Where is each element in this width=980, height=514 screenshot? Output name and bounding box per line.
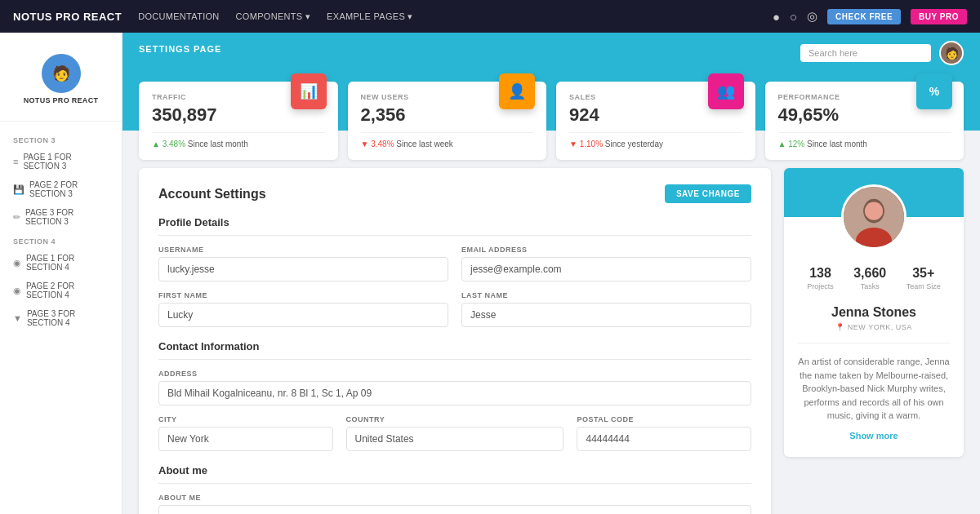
username-input[interactable] (158, 257, 448, 281)
stats-row: 📊 TRAFFIC 350,897 ▲ 3.48% Since last mon… (122, 82, 980, 160)
sales-trend-pct: 1.10% (580, 140, 603, 148)
traffic-icon: 📊 (291, 73, 327, 109)
page-icon: ▼ (13, 313, 22, 323)
traffic-trend-icon: ▲ (152, 140, 163, 148)
performance-trend-icon: ▲ (778, 140, 789, 148)
profile-avatar-wrap (784, 184, 964, 250)
brand-logo[interactable]: NOTUS PRO REACT (13, 11, 122, 23)
sales-icon: 👥 (708, 73, 744, 109)
sidebar-item-s3-3[interactable]: ✏ PAGE 3 FOR SECTION 3 (0, 203, 122, 231)
sidebar-item-s3-1[interactable]: ≡ PAGE 1 FOR SECTION 3 (0, 148, 122, 175)
profile-card: 138 Projects 3,660 Tasks 35+ Team Size J… (784, 168, 964, 514)
contact-row-2: CITY COUNTRY POSTAL CODE (158, 415, 751, 451)
section3-label: SECTION 3 (0, 130, 122, 148)
twitter-icon[interactable]: ○ (790, 10, 797, 24)
nav-documentation[interactable]: DOCUMENTATION (138, 11, 219, 21)
email-label: EMAIL ADDRESS (461, 246, 751, 254)
sidebar-brand-name: NOTUS PRO REACT (24, 96, 99, 104)
save-change-button[interactable]: SAVE CHANGE (665, 184, 751, 203)
lastname-label: LAST NAME (461, 291, 751, 299)
stat-card-traffic: 📊 TRAFFIC 350,897 ▲ 3.48% Since last mon… (139, 82, 338, 160)
projects-label: Projects (807, 282, 834, 290)
header-right: 🧑 (800, 41, 964, 65)
country-label: COUNTRY (346, 415, 564, 423)
users-trend-icon: ▼ (361, 140, 372, 148)
page-icon: ◉ (13, 258, 21, 268)
postal-input[interactable] (577, 427, 751, 451)
profile-row-1: USERNAME EMAIL ADDRESS (158, 246, 751, 281)
sidebar-item-s4-3[interactable]: ▼ PAGE 3 FOR SECTION 4 (0, 304, 122, 332)
page-icon: ◉ (13, 286, 21, 296)
buy-pro-button[interactable]: BUY PRO (911, 9, 967, 24)
team-label: Team Size (906, 282, 941, 290)
projects-value: 138 (807, 266, 834, 281)
username-group: USERNAME (158, 246, 448, 281)
city-input[interactable] (158, 427, 333, 451)
stat-card-performance: % PERFORMANCE 49,65% ▲ 12% Since last mo… (765, 82, 964, 160)
sidebar: 🧑 NOTUS PRO REACT SECTION 3 ≡ PAGE 1 FOR… (0, 33, 122, 514)
tasks-label: Tasks (853, 282, 886, 290)
main-content: SETTINGS PAGE 🧑 📊 TRAFFIC 350,897 ▲ 3.48… (122, 33, 980, 514)
nav-example-pages[interactable]: EXAMPLE PAGES ▾ (327, 11, 413, 22)
performance-icon: % (916, 73, 952, 109)
firstname-group: FIRST NAME (158, 291, 448, 327)
nav-components[interactable]: COMPONENTS ▾ (236, 11, 311, 22)
account-content: Account Settings SAVE CHANGE Profile Det… (122, 168, 980, 514)
about-group: ABOUT ME (158, 494, 751, 514)
stat-card-sales: 👥 SALES 924 ▼ 1.10% Since yesterday (556, 82, 755, 160)
profile-section-title: Profile Details (158, 216, 751, 236)
traffic-footer: ▲ 3.48% Since last month (152, 132, 325, 148)
profile-stats: 138 Projects 3,660 Tasks 35+ Team Size (784, 258, 964, 299)
stat-card-users: 👤 NEW USERS 2,356 ▼ 3.48% Since last wee… (348, 82, 547, 160)
sidebar-avatar: 🧑 (42, 54, 81, 93)
stat-team: 35+ Team Size (906, 266, 941, 290)
city-label: CITY (158, 415, 333, 423)
address-group: ADDRESS (158, 370, 751, 405)
users-trend-pct: 3.48% (371, 140, 394, 148)
traffic-trend-pct: 3.48% (163, 140, 185, 148)
sales-trend-text: Since yesterday (605, 140, 663, 148)
profile-divider (797, 343, 951, 343)
settings-header: Account Settings SAVE CHANGE (158, 184, 751, 203)
header-avatar: 🧑 (939, 41, 964, 65)
sidebar-item-s3-2[interactable]: 💾 PAGE 2 FOR SECTION 3 (0, 175, 122, 203)
users-footer: ▼ 3.48% Since last week (361, 132, 534, 148)
about-textarea[interactable] (158, 505, 751, 514)
performance-trend-pct: 12% (788, 140, 804, 148)
profile-avatar (841, 184, 906, 250)
show-more-link[interactable]: Show more (784, 431, 964, 441)
about-section-title: About me (158, 464, 751, 484)
stat-tasks: 3,660 Tasks (853, 266, 886, 290)
traffic-trend-text: Since last month (188, 140, 248, 148)
profile-bio: An artist of considerable range, Jenna t… (784, 355, 964, 423)
username-label: USERNAME (158, 246, 448, 254)
page-icon: ✏ (13, 212, 20, 223)
address-input[interactable] (158, 381, 751, 405)
country-input[interactable] (346, 427, 564, 451)
page-title: SETTINGS PAGE (139, 41, 221, 54)
sidebar-item-s4-1[interactable]: ◉ PAGE 1 FOR SECTION 4 (0, 249, 122, 277)
page-icon: 💾 (13, 184, 24, 195)
lastname-input[interactable] (461, 303, 751, 327)
firstname-input[interactable] (158, 303, 448, 327)
email-group: EMAIL ADDRESS (461, 246, 751, 281)
contact-section-title: Contact Information (158, 340, 751, 360)
github-icon[interactable]: ◎ (807, 9, 817, 24)
email-input[interactable] (461, 257, 751, 281)
sidebar-logo: 🧑 NOTUS PRO REACT (0, 46, 122, 122)
search-input[interactable] (800, 44, 931, 62)
facebook-icon[interactable]: ● (773, 10, 780, 24)
profile-card-inner: 138 Projects 3,660 Tasks 35+ Team Size J… (784, 168, 964, 457)
country-group: COUNTRY (346, 415, 564, 451)
city-group: CITY (158, 415, 333, 451)
address-label: ADDRESS (158, 370, 751, 378)
stats-cards: 📊 TRAFFIC 350,897 ▲ 3.48% Since last mon… (139, 82, 964, 160)
sidebar-item-s4-2[interactable]: ◉ PAGE 2 FOR SECTION 4 (0, 277, 122, 304)
top-navigation: NOTUS PRO REACT DOCUMENTATION COMPONENTS… (0, 0, 980, 33)
profile-location: 📍 NEW YORK, USA (784, 323, 964, 331)
lastname-group: LAST NAME (461, 291, 751, 327)
performance-trend-text: Since last month (807, 140, 867, 148)
check-free-button[interactable]: CHECK FREE (827, 9, 901, 24)
settings-card: Account Settings SAVE CHANGE Profile Det… (139, 168, 771, 514)
sales-trend-icon: ▼ (569, 140, 580, 148)
